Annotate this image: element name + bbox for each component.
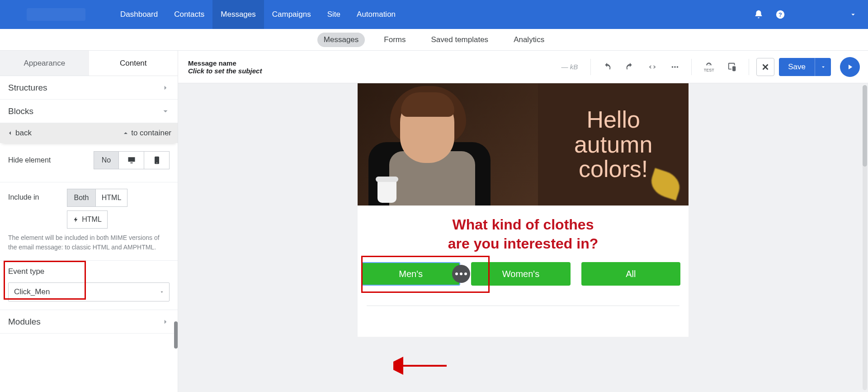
sidebar-tabs: Appearance Content xyxy=(0,51,178,76)
chevron-up-icon xyxy=(122,129,129,137)
include-both-button[interactable]: Both xyxy=(67,189,96,207)
event-type-panel: Event type Click_Men xyxy=(0,261,178,310)
tab-content[interactable]: Content xyxy=(89,51,178,76)
subnav-saved-templates[interactable]: Saved templates xyxy=(425,33,495,47)
nav-dashboard[interactable]: Dashboard xyxy=(112,0,166,29)
send-button[interactable] xyxy=(840,57,860,77)
chevron-down-icon xyxy=(820,64,826,70)
nav-messages[interactable]: Messages xyxy=(212,0,264,29)
close-button[interactable] xyxy=(756,58,774,76)
chevron-right-icon xyxy=(161,318,170,326)
redo-button[interactable] xyxy=(621,58,639,76)
include-in-description: The element will be included in both MIM… xyxy=(8,233,170,252)
cta-womens-button[interactable]: Women's xyxy=(471,262,570,286)
sidebar-scrollbar-thumb[interactable] xyxy=(174,321,178,349)
chevron-down-icon xyxy=(161,107,170,115)
section-structures-label: Structures xyxy=(8,83,47,93)
chevron-down-icon xyxy=(849,10,857,19)
question-line-1: What kind of clothes xyxy=(367,215,679,234)
hero-block[interactable]: Hello autumn colors! xyxy=(358,83,689,206)
svg-point-3 xyxy=(674,66,676,68)
canvas-scrollbar[interactable] xyxy=(863,85,867,390)
tab-appearance[interactable]: Appearance xyxy=(0,51,89,76)
back-row: back to container xyxy=(0,123,178,143)
svg-point-4 xyxy=(677,66,679,68)
logo-slot xyxy=(0,8,112,21)
editor: Message name Click to set the subject — … xyxy=(178,51,868,392)
devices-icon xyxy=(727,62,737,72)
include-in-group-2: HTML xyxy=(67,210,127,229)
test-button[interactable]: TEST xyxy=(699,58,719,76)
event-type-select[interactable]: Click_Men xyxy=(8,282,170,301)
nav-site[interactable]: Site xyxy=(319,0,349,29)
chevron-left-icon xyxy=(6,129,14,137)
undo-icon xyxy=(602,62,612,72)
hide-desktop-button[interactable] xyxy=(119,151,144,169)
nav-campaigns[interactable]: Campaigns xyxy=(264,0,319,29)
mobile-icon xyxy=(152,156,161,165)
hero-line-3: colors! xyxy=(574,157,652,182)
save-dropdown-button[interactable] xyxy=(815,58,831,76)
section-blocks[interactable]: Blocks xyxy=(0,100,178,123)
canvas-scrollbar-thumb[interactable] xyxy=(863,85,867,167)
main-nav: Dashboard Contacts Messages Campaigns Si… xyxy=(112,0,404,29)
include-amp-html-button[interactable]: HTML xyxy=(67,210,108,229)
sidebar: Appearance Content Structures Blocks bac… xyxy=(0,51,178,392)
more-button[interactable] xyxy=(666,58,684,76)
lightning-icon xyxy=(73,216,79,223)
toolbar: Message name Click to set the subject — … xyxy=(178,51,868,83)
hero-text: Hello autumn colors! xyxy=(538,83,689,206)
section-modules[interactable]: Modules xyxy=(0,310,178,334)
top-nav: Dashboard Contacts Messages Campaigns Si… xyxy=(0,0,868,29)
hide-no-button[interactable]: No xyxy=(94,151,119,169)
question-block[interactable]: What kind of clothes are you interested … xyxy=(358,206,689,258)
hide-element-group: No xyxy=(94,151,170,169)
hero-line-1: Hello xyxy=(574,107,652,132)
to-container-label: to container xyxy=(131,129,171,138)
cta-mens-button[interactable]: Men's xyxy=(361,262,460,286)
redo-icon xyxy=(625,62,635,72)
to-container-button[interactable]: to container xyxy=(122,129,171,138)
subnav-forms[interactable]: Forms xyxy=(377,33,412,47)
include-in-panel: Include in Both HTML HTML The element wi… xyxy=(0,182,178,261)
section-structures[interactable]: Structures xyxy=(0,76,178,100)
hide-mobile-button[interactable] xyxy=(144,151,170,169)
help-button[interactable]: ? xyxy=(769,4,791,25)
undo-button[interactable] xyxy=(598,58,616,76)
notifications-button[interactable] xyxy=(748,4,769,25)
back-label: back xyxy=(15,129,32,138)
element-menu-button[interactable] xyxy=(452,265,470,283)
include-amp-html-label: HTML xyxy=(82,215,102,224)
test-label: TEST xyxy=(704,68,714,72)
include-in-label: Include in xyxy=(8,189,67,201)
cta-all-button[interactable]: All xyxy=(581,262,680,286)
code-icon xyxy=(647,62,657,72)
app-logo[interactable] xyxy=(27,8,85,21)
svg-text:?: ? xyxy=(778,11,782,18)
cta-row-block: Men's Women's All xyxy=(358,258,689,295)
user-menu[interactable] xyxy=(791,10,868,19)
preview-button[interactable] xyxy=(723,58,741,76)
svg-point-2 xyxy=(672,66,674,68)
nav-contacts[interactable]: Contacts xyxy=(166,0,212,29)
leaf-decoration xyxy=(647,168,683,201)
question-line-2: are you interested in? xyxy=(367,234,679,253)
message-meta[interactable]: Message name Click to set the subject xyxy=(188,59,262,75)
include-html-button[interactable]: HTML xyxy=(96,189,127,207)
sub-nav: Messages Forms Saved templates Analytics xyxy=(0,29,868,51)
subnav-messages[interactable]: Messages xyxy=(317,33,365,47)
subject-placeholder: Click to set the subject xyxy=(188,67,262,75)
chevron-right-icon xyxy=(161,84,170,92)
more-horizontal-icon xyxy=(670,62,680,72)
annotation-arrow xyxy=(393,357,448,377)
code-view-button[interactable] xyxy=(643,58,661,76)
save-button[interactable]: Save xyxy=(779,58,831,76)
gauge-icon xyxy=(704,62,713,68)
back-button[interactable]: back xyxy=(6,129,32,138)
email-canvas[interactable]: Hello autumn colors! What kind of clothe… xyxy=(358,83,689,337)
play-icon xyxy=(846,63,854,71)
event-type-label: Event type xyxy=(8,267,170,276)
nav-automation[interactable]: Automation xyxy=(349,0,404,29)
workspace: Appearance Content Structures Blocks bac… xyxy=(0,51,868,392)
subnav-analytics[interactable]: Analytics xyxy=(507,33,551,47)
